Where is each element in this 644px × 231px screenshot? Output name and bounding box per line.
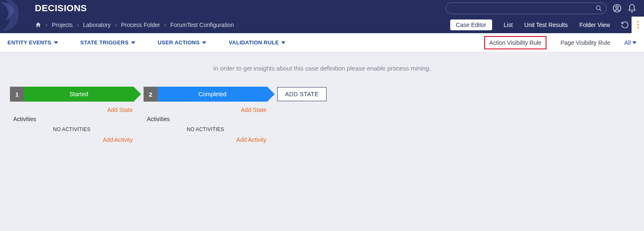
subnav-label: USER ACTIONS <box>158 39 200 46</box>
action-visibility-rule-link[interactable]: Action Visibility Rule <box>484 36 546 49</box>
add-state-button[interactable]: ADD STATE <box>277 87 327 101</box>
content-area: In order to get insights about this case… <box>0 52 644 143</box>
subnav: ENTITY EVENTS STATE TRIGGERS USER ACTION… <box>0 33 644 52</box>
user-icon[interactable] <box>612 4 622 13</box>
tab-unit-test-results[interactable]: Unit Test Results <box>524 22 568 28</box>
add-state-link[interactable]: Add State <box>10 102 134 116</box>
more-menu-button[interactable] <box>632 17 644 33</box>
add-state-container: ADD STATE <box>277 87 327 101</box>
breadcrumb: › Projects › Laboratory › Process Folder… <box>35 22 450 28</box>
filter-all-label: All <box>624 39 631 46</box>
app-header: DECISIONS <box>0 0 644 33</box>
home-icon[interactable] <box>35 22 41 28</box>
state-label: Started <box>24 87 134 102</box>
app-title: DECISIONS <box>35 3 87 14</box>
breadcrumb-current[interactable]: ForumTest Configuration <box>170 22 234 28</box>
states-row: 1 Started Add State Activities NO ACTIVI… <box>0 87 644 143</box>
state-number: 1 <box>10 87 24 102</box>
breadcrumb-process-folder[interactable]: Process Folder <box>121 22 160 28</box>
state-label: Completed <box>158 87 267 102</box>
activities-heading: Activities <box>144 116 267 126</box>
svg-point-6 <box>637 27 639 29</box>
chevron-right-icon: › <box>164 22 166 28</box>
tab-list[interactable]: List <box>504 22 513 28</box>
search-icon <box>595 5 602 12</box>
subnav-user-actions[interactable]: USER ACTIONS <box>158 39 206 46</box>
tab-folder-view[interactable]: Folder View <box>579 22 610 28</box>
svg-point-3 <box>616 6 618 8</box>
add-activity-link[interactable]: Add Activity <box>144 136 267 143</box>
subnav-label: VALIDATION RULE <box>229 39 279 46</box>
svg-point-0 <box>596 6 600 10</box>
bell-icon[interactable] <box>627 4 637 13</box>
app-logo <box>0 0 29 33</box>
info-banner: In order to get insights about this case… <box>0 52 644 87</box>
add-state-link[interactable]: Add State <box>144 102 267 116</box>
refresh-icon[interactable] <box>621 21 629 29</box>
subnav-entity-events[interactable]: ENTITY EVENTS <box>7 39 58 46</box>
no-activities-text: NO ACTIVITIES <box>144 126 267 136</box>
page-visibility-rule-link[interactable]: Page Visibility Rule <box>561 39 610 46</box>
subnav-validation-rule[interactable]: VALIDATION RULE <box>229 39 285 46</box>
chevron-right-icon: › <box>46 22 48 28</box>
svg-point-4 <box>637 21 639 23</box>
svg-point-5 <box>637 24 639 26</box>
filter-all[interactable]: All <box>624 39 637 46</box>
tab-case-editor[interactable]: Case Editor <box>450 19 492 30</box>
view-tabs: Case Editor List Unit Test Results Folde… <box>450 19 610 30</box>
chevron-down-icon <box>632 41 637 44</box>
state-header[interactable]: 1 Started <box>10 87 134 102</box>
chevron-right-icon: › <box>115 22 117 28</box>
add-activity-link[interactable]: Add Activity <box>10 136 134 143</box>
search-input[interactable] <box>446 2 607 14</box>
state-column: 2 Completed Add State Activities NO ACTI… <box>144 87 267 143</box>
chevron-down-icon <box>202 41 206 44</box>
svg-line-1 <box>600 9 601 11</box>
state-column: 1 Started Add State Activities NO ACTIVI… <box>10 87 134 143</box>
chevron-down-icon <box>131 41 135 44</box>
activities-heading: Activities <box>10 116 134 126</box>
breadcrumb-laboratory[interactable]: Laboratory <box>83 22 111 28</box>
no-activities-text: NO ACTIVITIES <box>10 126 134 136</box>
state-number: 2 <box>144 87 158 102</box>
subnav-state-triggers[interactable]: STATE TRIGGERS <box>80 39 135 46</box>
chevron-right-icon: › <box>77 22 79 28</box>
chevron-down-icon <box>281 41 285 44</box>
state-header[interactable]: 2 Completed <box>144 87 267 102</box>
breadcrumb-projects[interactable]: Projects <box>52 22 73 28</box>
subnav-label: STATE TRIGGERS <box>80 39 129 46</box>
chevron-down-icon <box>54 41 58 44</box>
subnav-label: ENTITY EVENTS <box>7 39 51 46</box>
